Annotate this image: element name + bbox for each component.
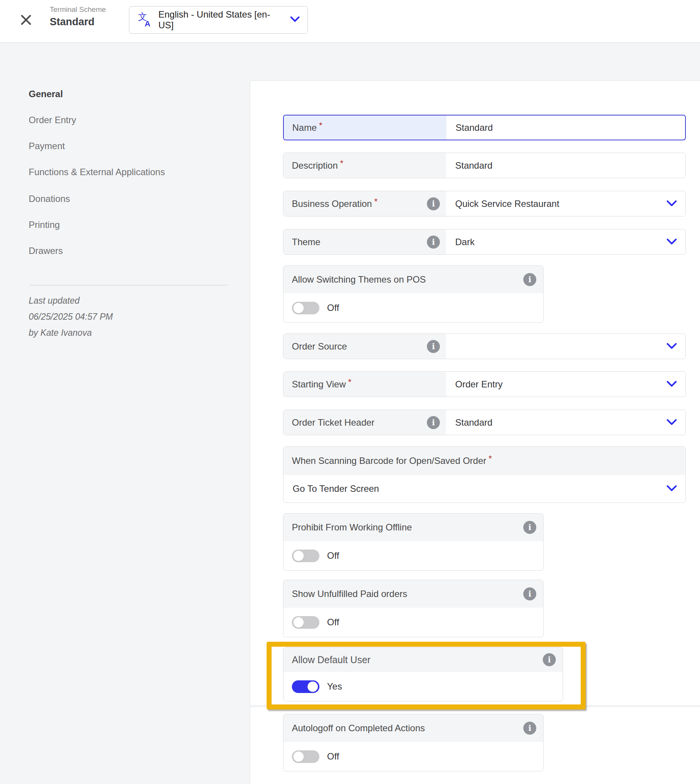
description-input-value: Standard — [455, 160, 492, 171]
show-unfulfilled-label-area: Show Unfulfilled Paid orders i — [283, 580, 543, 608]
description-input[interactable]: Standard — [446, 153, 685, 178]
toggle-knob — [293, 751, 304, 762]
allow-default-user-toggle[interactable] — [292, 680, 319, 693]
business-operation-select[interactable]: Quick Service Restaurant — [446, 191, 685, 216]
order-source-select[interactable] — [446, 334, 685, 359]
order-ticket-header-label: Order Ticket Header — [292, 417, 375, 428]
show-unfulfilled-label: Show Unfulfilled Paid orders — [292, 589, 407, 599]
theme-label-area: Theme i — [283, 230, 446, 254]
prohibit-offline-card: Prohibit From Working Offline i Off — [283, 513, 543, 571]
chevron-down-icon — [666, 417, 677, 428]
show-unfulfilled-toggle[interactable] — [292, 616, 319, 629]
chevron-down-icon — [666, 341, 677, 352]
theme-select[interactable]: Dark — [446, 230, 685, 254]
allow-switching-themes-state: Off — [327, 303, 339, 313]
sidebar-item-general[interactable]: General — [29, 89, 63, 100]
page-header: Terminal Scheme Standard 文 A English - U… — [0, 0, 700, 43]
allow-default-user-card: Allow Default User i Yes — [283, 647, 563, 701]
autologoff-toggle[interactable] — [292, 750, 319, 763]
info-icon[interactable]: i — [427, 340, 440, 353]
info-icon[interactable]: i — [523, 722, 536, 735]
info-icon[interactable]: i — [523, 521, 536, 534]
name-field-label: Name — [292, 122, 317, 133]
show-unfulfilled-body: Off — [283, 608, 543, 637]
sidebar-item-drawers[interactable]: Drawers — [29, 246, 63, 256]
starting-view-row: Starting View * Order Entry — [283, 371, 686, 397]
barcode-scan-select[interactable]: Go To Tender Screen — [283, 475, 685, 503]
prohibit-offline-toggle[interactable] — [292, 549, 319, 562]
page-title: Standard — [50, 16, 106, 28]
autologoff-card: Autologoff on Completed Actions i Off — [283, 714, 543, 771]
barcode-scan-value: Go To Tender Screen — [293, 483, 379, 494]
autologoff-state: Off — [327, 751, 339, 762]
allow-switching-themes-body: Off — [283, 293, 543, 322]
close-button[interactable] — [18, 13, 34, 28]
sidebar-item-payment[interactable]: Payment — [29, 141, 65, 151]
required-asterisk: * — [348, 377, 352, 387]
sidebar-divider — [30, 285, 228, 285]
chevron-down-icon — [666, 379, 677, 390]
info-icon[interactable]: i — [427, 236, 440, 249]
name-input-value: Standard — [455, 122, 493, 133]
starting-view-value: Order Entry — [455, 379, 503, 390]
business-operation-label: Business Operation — [292, 198, 372, 209]
info-icon[interactable]: i — [427, 416, 440, 429]
title-block: Terminal Scheme Standard — [50, 5, 106, 28]
last-updated-title: Last updated — [29, 293, 113, 309]
prohibit-offline-body: Off — [283, 541, 543, 570]
description-field-label: Description — [292, 160, 338, 171]
order-ticket-header-label-area: Order Ticket Header i — [283, 410, 446, 435]
order-ticket-header-value: Standard — [455, 417, 492, 428]
info-icon[interactable]: i — [427, 197, 440, 210]
allow-default-user-label-area: Allow Default User i — [283, 648, 563, 672]
autologoff-body: Off — [283, 742, 543, 771]
svg-text:A: A — [145, 19, 150, 27]
chevron-down-icon — [666, 483, 677, 494]
required-asterisk: * — [319, 120, 322, 130]
autologoff-label: Autologoff on Completed Actions — [292, 723, 425, 734]
order-ticket-header-select[interactable]: Standard — [446, 410, 685, 435]
sidebar-item-order-entry[interactable]: Order Entry — [29, 115, 76, 125]
info-icon[interactable]: i — [523, 273, 536, 286]
toggle-knob — [293, 303, 304, 313]
required-asterisk: * — [374, 196, 378, 206]
allow-switching-themes-toggle[interactable] — [292, 302, 319, 315]
translate-icon: 文 A — [137, 11, 153, 29]
chevron-down-icon — [666, 198, 677, 209]
toggle-knob — [308, 681, 318, 692]
chevron-down-icon — [290, 16, 300, 24]
theme-value: Dark — [455, 237, 475, 248]
starting-view-label: Starting View — [292, 379, 346, 390]
prohibit-offline-label: Prohibit From Working Offline — [292, 522, 412, 533]
prohibit-offline-state: Off — [327, 550, 339, 561]
allow-default-user-label: Allow Default User — [292, 654, 371, 666]
starting-view-select[interactable]: Order Entry — [446, 372, 685, 396]
name-input[interactable]: Standard — [447, 115, 685, 140]
info-icon[interactable]: i — [543, 653, 556, 666]
info-icon[interactable]: i — [523, 588, 536, 601]
chevron-down-icon — [666, 237, 677, 248]
name-field-label-area: Name * — [284, 115, 447, 140]
language-selector-value: English - United States [en-US] — [158, 9, 285, 31]
toggle-knob — [293, 551, 304, 561]
required-asterisk: * — [340, 158, 343, 168]
language-selector[interactable]: 文 A English - United States [en-US] — [129, 6, 308, 34]
order-source-label-area: Order Source i — [283, 334, 446, 359]
starting-view-label-area: Starting View * — [283, 372, 446, 396]
barcode-scan-label: When Scanning Barcode for Open/Saved Ord… — [292, 456, 486, 466]
order-source-row: Order Source i — [283, 333, 686, 359]
business-operation-label-area: Business Operation * i — [283, 191, 446, 216]
sidebar-item-printing[interactable]: Printing — [29, 220, 60, 230]
allow-switching-themes-label: Allow Switching Themes on POS — [292, 274, 426, 285]
business-operation-row: Business Operation * i Quick Service Res… — [283, 191, 686, 216]
business-operation-value: Quick Service Restaurant — [455, 198, 559, 209]
sidebar-item-functions-external-applications[interactable]: Functions & External Applications — [29, 167, 165, 178]
show-unfulfilled-card: Show Unfulfilled Paid orders i Off — [283, 580, 543, 637]
theme-label: Theme — [292, 237, 320, 248]
show-unfulfilled-state: Off — [327, 617, 339, 628]
sidebar-item-donations[interactable]: Donations — [29, 193, 70, 204]
allow-switching-themes-label-area: Allow Switching Themes on POS i — [283, 266, 543, 293]
name-field-row: Name * Standard — [283, 115, 686, 140]
order-source-label: Order Source — [292, 341, 347, 352]
allow-switching-themes-card: Allow Switching Themes on POS i Off — [283, 265, 543, 323]
